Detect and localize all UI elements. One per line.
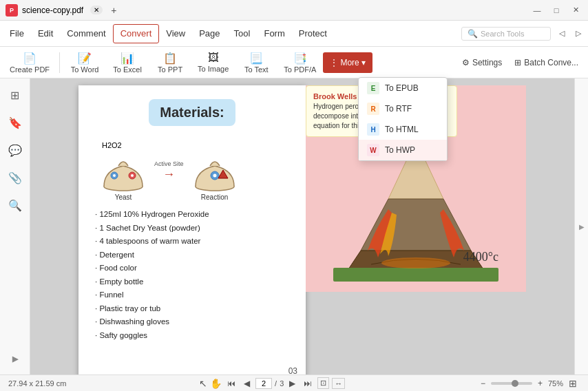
window-maximize-button[interactable]: □ bbox=[549, 3, 563, 17]
to-text-label: To Text bbox=[244, 65, 269, 74]
active-site-label: Active Site bbox=[154, 160, 184, 167]
settings-button[interactable]: ⚙ Settings bbox=[456, 55, 507, 70]
prev-page-button[interactable]: ◀ bbox=[241, 378, 253, 389]
list-item: 125ml 10% Hydrogen Peroxide bbox=[95, 208, 292, 222]
zoom-slider[interactable] bbox=[491, 382, 532, 385]
menu-edit[interactable]: Edit bbox=[31, 24, 60, 43]
batch-convert-button[interactable]: ⊞ Batch Conve... bbox=[509, 55, 584, 70]
menu-file[interactable]: File bbox=[3, 24, 31, 43]
to-excel-label: To Excel bbox=[113, 65, 142, 74]
to-excel-icon: 📊 bbox=[120, 52, 134, 65]
toolbar: 📄 Create PDF 📝 To Word 📊 To Excel 📋 To P… bbox=[0, 47, 588, 78]
page-number-input[interactable]: 2 bbox=[255, 378, 272, 389]
menu-comment[interactable]: Comment bbox=[60, 24, 112, 43]
zoom-in-button[interactable]: + bbox=[535, 378, 545, 389]
menu-bar: File Edit Comment Convert View Page Tool… bbox=[0, 21, 588, 47]
view-mode-button[interactable]: ⊞ bbox=[566, 377, 580, 390]
dropdown-html[interactable]: H To HTML bbox=[359, 119, 447, 140]
app-icon-text: P bbox=[10, 7, 14, 14]
to-text-button[interactable]: 📃 To Text bbox=[235, 49, 277, 76]
formula-label: H2O2 bbox=[102, 141, 292, 149]
reaction-label: Reaction bbox=[201, 193, 228, 201]
filename: science-copy.pdf bbox=[22, 6, 83, 15]
to-ppt-button[interactable]: 📋 To PPT bbox=[149, 49, 191, 76]
dropdown-rtf[interactable]: R To RTF bbox=[359, 98, 447, 119]
more-button[interactable]: ⋮ More ▾ bbox=[323, 52, 372, 73]
zoom-percent: 75% bbox=[548, 379, 563, 388]
menu-view[interactable]: View bbox=[159, 24, 192, 43]
reaction-svg bbox=[191, 151, 239, 192]
to-word-label: To Word bbox=[71, 65, 99, 74]
list-item: Plastic tray or tub bbox=[95, 302, 292, 316]
to-image-button[interactable]: 🖼 To Image bbox=[192, 49, 234, 76]
zoom-out-button[interactable]: − bbox=[478, 378, 488, 389]
first-page-button[interactable]: ⏮ bbox=[224, 378, 238, 389]
dropdown-epub[interactable]: E To EPUB bbox=[359, 78, 447, 98]
fit-page-button[interactable]: ⊡ bbox=[317, 377, 329, 389]
nav-forward-button[interactable]: ▷ bbox=[571, 27, 585, 41]
search-tools-placeholder: Search Tools bbox=[481, 30, 524, 38]
yeast-svg bbox=[99, 151, 147, 192]
window-minimize-button[interactable]: — bbox=[530, 3, 544, 17]
total-pages: 3 bbox=[280, 379, 284, 388]
create-pdf-button[interactable]: 📄 Create PDF bbox=[4, 49, 55, 76]
svg-point-7 bbox=[213, 174, 216, 178]
search-tools-field[interactable]: 🔍 Search Tools bbox=[461, 27, 551, 41]
left-sidebar: ⊞ 🔖 💬 📎 🔍 ◀ bbox=[0, 78, 30, 374]
hand-tool[interactable]: ✋ bbox=[210, 378, 222, 389]
to-text-icon: 📃 bbox=[249, 52, 263, 65]
hwp-label: To HWP bbox=[385, 145, 415, 155]
batch-convert-icon: ⊞ bbox=[514, 58, 521, 67]
arrow-container: Active Site → bbox=[154, 160, 184, 182]
more-icon: ⋮ bbox=[330, 58, 338, 67]
last-page-button[interactable]: ⏭ bbox=[301, 378, 315, 389]
epub-label: To EPUB bbox=[385, 83, 419, 93]
window-close-button[interactable]: ✕ bbox=[569, 3, 582, 17]
create-pdf-icon: 📄 bbox=[23, 52, 36, 65]
list-item: 1 Sachet Dry Yeast (powder) bbox=[95, 222, 292, 235]
status-center: ↖ ✋ ⏮ ◀ 2 / 3 ▶ ⏭ ⊡ ↔ bbox=[199, 377, 345, 389]
next-page-button[interactable]: ▶ bbox=[286, 378, 298, 389]
menu-protect[interactable]: Protect bbox=[292, 24, 334, 43]
dropdown-hwp[interactable]: W To HWP bbox=[359, 140, 447, 160]
zoom-thumb bbox=[512, 380, 518, 387]
sidebar-search-icon[interactable]: 🔍 bbox=[4, 194, 26, 216]
to-pdfa-button[interactable]: 📑 To PDF/A bbox=[278, 49, 322, 76]
menu-convert[interactable]: Convert bbox=[113, 24, 160, 43]
to-excel-button[interactable]: 📊 To Excel bbox=[107, 49, 148, 76]
sidebar-pages-icon[interactable]: ⊞ bbox=[4, 84, 26, 106]
title-bar: P science-copy.pdf ✕ + — □ ✕ bbox=[0, 0, 588, 21]
sidebar-attachment-icon[interactable]: 📎 bbox=[4, 167, 26, 189]
list-item: Detergent bbox=[95, 249, 292, 262]
batch-convert-label: Batch Conve... bbox=[524, 58, 578, 67]
zoom-area: − + 75% ⊞ bbox=[478, 377, 580, 390]
to-ppt-icon: 📋 bbox=[163, 52, 177, 65]
tab-close-button[interactable]: ✕ bbox=[90, 6, 103, 14]
svg-point-4 bbox=[131, 174, 134, 177]
materials-header-container: Materials: bbox=[92, 99, 292, 134]
sidebar-collapse-button[interactable]: ◀ bbox=[10, 351, 20, 369]
sidebar-bookmark-icon[interactable]: 🔖 bbox=[4, 112, 26, 134]
menu-tool[interactable]: Tool bbox=[227, 24, 258, 43]
diagram-area: Yeast Active Site → bbox=[99, 151, 292, 201]
right-sidebar: ▶ bbox=[574, 78, 588, 374]
fit-width-button[interactable]: ↔ bbox=[332, 378, 345, 389]
yeast-cell: Yeast bbox=[99, 151, 147, 201]
to-image-label: To Image bbox=[198, 65, 229, 73]
menu-form[interactable]: Form bbox=[257, 24, 291, 43]
right-sidebar-arrow[interactable]: ▶ bbox=[579, 223, 585, 231]
to-word-button[interactable]: 📝 To Word bbox=[64, 49, 105, 76]
epub-icon: E bbox=[367, 82, 379, 94]
new-tab-button[interactable]: + bbox=[107, 3, 120, 17]
window-controls: — □ ✕ bbox=[530, 3, 582, 17]
toolbar-separator bbox=[59, 52, 60, 73]
formula-text: H2O2 bbox=[102, 141, 122, 149]
nav-back-button[interactable]: ◁ bbox=[555, 27, 569, 41]
search-icon: 🔍 bbox=[468, 29, 478, 39]
page-dimensions: 27.94 x 21.59 cm bbox=[8, 379, 66, 388]
sidebar-comment-icon[interactable]: 💬 bbox=[4, 139, 26, 161]
rtf-label: To RTF bbox=[385, 104, 412, 114]
cursor-tool[interactable]: ↖ bbox=[199, 378, 207, 389]
list-item: Dishwashing gloves bbox=[95, 315, 292, 329]
menu-page[interactable]: Page bbox=[192, 24, 227, 43]
